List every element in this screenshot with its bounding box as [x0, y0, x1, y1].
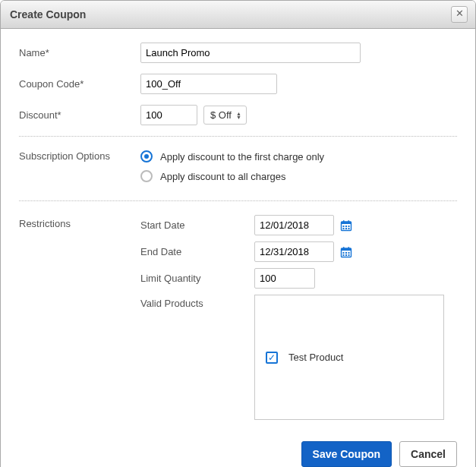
- discount-type-select[interactable]: $ Off ▲▼: [203, 106, 247, 125]
- svg-rect-17: [343, 254, 345, 256]
- subscription-options-label: Subscription Options: [19, 150, 140, 162]
- restrictions-label: Restrictions: [19, 215, 140, 420]
- svg-rect-16: [348, 252, 350, 254]
- valid-products-label: Valid Products: [140, 295, 254, 309]
- svg-rect-15: [345, 252, 347, 254]
- discount-input[interactable]: [140, 105, 197, 125]
- end-date-label: End Date: [140, 246, 254, 257]
- calendar-icon[interactable]: [340, 219, 352, 232]
- svg-rect-8: [345, 228, 347, 229]
- svg-rect-2: [343, 220, 345, 222]
- name-input[interactable]: [140, 43, 361, 63]
- name-label: Name*: [19, 47, 140, 58]
- svg-rect-3: [348, 220, 350, 222]
- end-date-input[interactable]: [254, 241, 334, 262]
- discount-type-value: $ Off: [210, 109, 232, 121]
- svg-rect-9: [348, 228, 350, 229]
- divider: [19, 200, 457, 201]
- svg-rect-13: [348, 247, 350, 249]
- dialog-title: Create Coupon: [10, 8, 451, 21]
- product-label: Test Product: [288, 352, 343, 363]
- svg-rect-6: [348, 226, 350, 227]
- coupon-code-label: Coupon Code*: [19, 78, 140, 90]
- svg-rect-4: [343, 226, 345, 227]
- svg-rect-1: [342, 222, 351, 224]
- svg-rect-19: [348, 254, 350, 256]
- coupon-code-input[interactable]: [140, 74, 277, 94]
- start-date-label: Start Date: [140, 219, 254, 231]
- limit-quantity-input[interactable]: [254, 268, 315, 289]
- list-item: ✓ Test Product: [266, 352, 343, 364]
- discount-label: Discount*: [19, 109, 140, 121]
- apply-all-charges-radio[interactable]: [140, 170, 153, 182]
- apply-first-charge-label: Apply discount to the first charge only: [160, 151, 324, 163]
- svg-rect-7: [343, 228, 345, 229]
- cancel-button[interactable]: Cancel: [399, 441, 457, 467]
- dialog-titlebar: Create Coupon ✕: [1, 1, 475, 29]
- product-checkbox[interactable]: ✓: [266, 352, 278, 364]
- valid-products-list[interactable]: ✓ Test Product: [254, 295, 444, 420]
- svg-rect-14: [343, 252, 345, 254]
- svg-rect-11: [342, 248, 351, 251]
- svg-rect-12: [343, 247, 345, 249]
- limit-quantity-label: Limit Quantity: [140, 273, 254, 284]
- start-date-input[interactable]: [254, 215, 334, 235]
- svg-rect-18: [345, 254, 347, 256]
- calendar-icon[interactable]: [340, 246, 352, 258]
- apply-all-charges-label: Apply discount to all charges: [160, 171, 285, 182]
- close-icon[interactable]: ✕: [451, 6, 468, 23]
- divider: [19, 136, 457, 137]
- select-arrows-icon: ▲▼: [236, 112, 241, 119]
- apply-first-charge-radio[interactable]: [140, 150, 153, 163]
- save-coupon-button[interactable]: Save Coupon: [301, 441, 392, 467]
- svg-rect-5: [345, 226, 347, 227]
- create-coupon-dialog: Create Coupon ✕ Name* Coupon Code* Disco…: [0, 0, 476, 467]
